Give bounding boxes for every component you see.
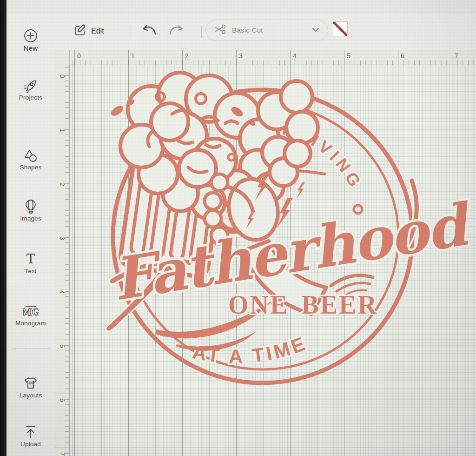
shapes-icon bbox=[7, 147, 55, 163]
ruler-number: 3 bbox=[239, 52, 243, 60]
plus-circle-icon bbox=[7, 27, 55, 44]
vertical-ruler: 0 1 2 3 4 5 6 7 bbox=[55, 65, 70, 456]
ruler-number: 4 bbox=[59, 289, 66, 295]
ruler-corner bbox=[55, 50, 70, 65]
fatherhood-badge-design[interactable]: SURVIVING AT A TIME bbox=[70, 65, 476, 456]
edit-pencil-icon bbox=[73, 23, 87, 39]
ruler-number: 1 bbox=[131, 52, 135, 60]
screen-bezel bbox=[0, 0, 7, 456]
ruler-number: 3 bbox=[59, 235, 66, 241]
ruler-number: 7 bbox=[455, 52, 458, 60]
operation-select[interactable]: Basic Cut bbox=[205, 20, 328, 41]
sidebar-item-text[interactable]: T Text bbox=[7, 250, 55, 275]
ruler-number: 2 bbox=[185, 52, 189, 60]
ruler-number: 6 bbox=[59, 397, 66, 403]
badge-line-text: ONE BEER bbox=[228, 290, 378, 319]
svg-text:T: T bbox=[26, 251, 35, 267]
color-swatch[interactable] bbox=[333, 21, 348, 36]
sidebar-item-images[interactable]: Images bbox=[7, 198, 55, 222]
horizontal-ruler: 0 1 2 3 4 5 6 7 bbox=[70, 50, 476, 65]
ruler-number: 0 bbox=[77, 52, 81, 60]
sidebar-item-label: Projects bbox=[7, 94, 55, 101]
svg-text:MG: MG bbox=[23, 307, 39, 318]
chevron-down-icon bbox=[312, 26, 319, 34]
sidebar-item-label: Images bbox=[7, 215, 55, 222]
ruler-number: 1 bbox=[59, 127, 66, 134]
sidebar-item-label: Upload bbox=[7, 441, 55, 448]
edit-button[interactable]: Edit bbox=[73, 23, 104, 39]
tool-sidebar: New Projects Shapes Images bbox=[7, 14, 55, 456]
top-toolbar: Edit Basic Cut bbox=[55, 14, 476, 50]
design-canvas[interactable]: SURVIVING AT A TIME bbox=[70, 65, 476, 456]
undo-button[interactable] bbox=[141, 24, 157, 40]
sidebar-item-label: Text bbox=[7, 268, 55, 275]
sidebar-item-label: Shapes bbox=[7, 164, 55, 171]
ruler-number: 5 bbox=[347, 52, 350, 60]
operation-label: Basic Cut bbox=[232, 26, 306, 34]
ruler-number: 0 bbox=[59, 73, 66, 80]
edit-label: Edit bbox=[91, 27, 104, 35]
ruler-number: 4 bbox=[293, 52, 297, 60]
upload-icon bbox=[7, 423, 55, 440]
sidebar-item-upload[interactable]: Upload bbox=[7, 423, 55, 448]
sidebar-item-new[interactable]: New bbox=[7, 27, 55, 52]
sidebar-item-monogram[interactable]: MG Monogram bbox=[7, 302, 55, 327]
toolbar-divider bbox=[131, 26, 131, 38]
ruler-number: 2 bbox=[59, 181, 66, 188]
rocket-icon bbox=[7, 77, 55, 94]
sidebar-item-shapes[interactable]: Shapes bbox=[7, 147, 55, 171]
sidebar-item-label: Monogram bbox=[7, 320, 55, 327]
ruler-number: 5 bbox=[59, 343, 66, 349]
redo-button[interactable] bbox=[168, 24, 184, 40]
tshirt-icon bbox=[7, 375, 55, 391]
sidebar-item-label: Layouts bbox=[7, 392, 55, 399]
toolbar-divider bbox=[201, 26, 202, 38]
scissors-icon bbox=[214, 23, 226, 37]
ruler-number: 7 bbox=[59, 451, 66, 456]
sidebar-divider bbox=[12, 348, 50, 349]
redo-arrow-icon bbox=[168, 24, 184, 40]
balloon-icon bbox=[7, 198, 55, 215]
sidebar-item-label: New bbox=[7, 44, 55, 52]
swatch-diagonal-line bbox=[333, 22, 347, 36]
sidebar-item-projects[interactable]: Projects bbox=[7, 77, 55, 101]
text-icon: T bbox=[7, 250, 55, 267]
sidebar-divider bbox=[12, 124, 50, 124]
undo-arrow-icon bbox=[141, 24, 157, 40]
sidebar-item-layouts[interactable]: Layouts bbox=[7, 375, 55, 399]
ruler-number: 6 bbox=[401, 52, 404, 60]
monogram-icon: MG bbox=[7, 302, 55, 319]
